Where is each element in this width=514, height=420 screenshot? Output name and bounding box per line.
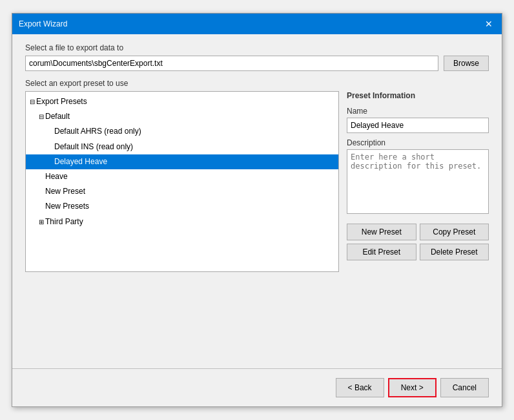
footer-divider — [12, 368, 502, 369]
tree-expand-icon: ⊟ — [28, 97, 36, 107]
tree-item-label: New Presets — [45, 202, 89, 211]
preset-area: ⊟Export Presets⊟DefaultDefault AHRS (rea… — [25, 91, 489, 272]
preset-name-input[interactable] — [347, 118, 489, 133]
tree-item-new-preset[interactable]: New Preset — [26, 184, 338, 199]
cancel-button[interactable]: Cancel — [440, 378, 489, 397]
file-section: Select a file to export data to Browse — [25, 43, 489, 71]
new-preset-button[interactable]: New Preset — [347, 224, 416, 240]
tree-item-label: Third Party — [45, 217, 83, 226]
right-panel: Preset Information Name Description New … — [347, 91, 489, 272]
dialog-title: Export Wizard — [19, 19, 67, 28]
tree-item-delayed-heave[interactable]: Delayed Heave — [26, 154, 338, 169]
tree-panel: ⊟Export Presets⊟DefaultDefault AHRS (rea… — [25, 91, 339, 272]
desc-label: Description — [347, 138, 489, 147]
dialog-content: Select a file to export data to Browse S… — [12, 34, 502, 366]
tree-item-label: New Preset — [45, 187, 85, 196]
tree-item-new-presets[interactable]: New Presets — [26, 199, 338, 214]
description-field: Description — [347, 138, 489, 216]
tree-item-default-ahrs[interactable]: Default AHRS (read only) — [26, 124, 338, 139]
export-wizard-dialog: Export Wizard ✕ Select a file to export … — [12, 13, 502, 407]
footer: < Back Next > Cancel — [12, 372, 502, 406]
tree-item-export-presets[interactable]: ⊟Export Presets — [26, 94, 338, 109]
tree-expand-icon: ⊟ — [37, 112, 45, 122]
copy-preset-button[interactable]: Copy Preset — [420, 224, 489, 240]
browse-button[interactable]: Browse — [444, 56, 489, 71]
tree-item-label: Heave — [45, 172, 68, 181]
title-bar: Export Wizard ✕ — [12, 14, 502, 34]
tree-item-label: Export Presets — [36, 97, 87, 106]
tree-item-label: Default AHRS (read only) — [54, 127, 141, 136]
tree-item-label: Default — [45, 112, 70, 121]
tree-item-label: Default INS (read only) — [54, 142, 133, 151]
preset-section-label: Select an export preset to use — [25, 79, 489, 88]
tree-item-heave[interactable]: Heave — [26, 169, 338, 184]
file-path-input[interactable] — [25, 56, 438, 71]
file-section-label: Select a file to export data to — [25, 43, 489, 52]
back-button[interactable]: < Back — [336, 378, 384, 397]
preset-section: Select an export preset to use ⊟Export P… — [25, 79, 489, 272]
preset-buttons: New Preset Copy Preset Edit Preset Delet… — [347, 224, 489, 260]
preset-info-title: Preset Information — [347, 91, 489, 100]
file-row: Browse — [25, 56, 489, 71]
close-button[interactable]: ✕ — [482, 17, 495, 30]
tree-item-third-party[interactable]: ⊞Third Party — [26, 215, 338, 229]
name-field: Name — [347, 107, 489, 133]
delete-preset-button[interactable]: Delete Preset — [420, 244, 489, 260]
preset-description-input[interactable] — [347, 149, 489, 214]
next-button[interactable]: Next > — [388, 378, 437, 397]
tree-item-default-ins[interactable]: Default INS (read only) — [26, 140, 338, 154]
tree-item-label: Delayed Heave — [54, 157, 107, 166]
tree-expand-icon: ⊞ — [37, 217, 45, 227]
tree-item-default[interactable]: ⊟Default — [26, 109, 338, 124]
edit-preset-button[interactable]: Edit Preset — [347, 244, 416, 260]
name-label: Name — [347, 107, 489, 116]
